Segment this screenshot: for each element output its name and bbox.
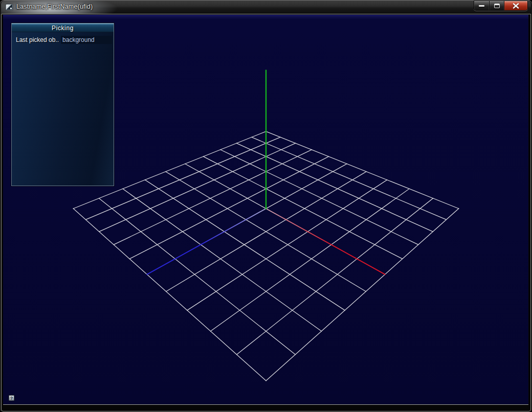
tweakbar-panel-title: Picking	[52, 25, 74, 32]
window-frame: Picking Last picked ob.. background ?	[1, 14, 531, 411]
grid-line	[266, 209, 459, 381]
window-title: Lastname,FirstName(ufid)	[16, 1, 93, 14]
tweakbar-help-button[interactable]: ?	[9, 395, 14, 401]
z-axis	[147, 209, 266, 274]
grid-line	[99, 198, 296, 355]
x-axis	[266, 209, 385, 274]
grid-line	[203, 156, 402, 259]
window-controls	[474, 1, 528, 11]
window-titlebar[interactable]: Lastname,FirstName(ufid)	[1, 1, 531, 14]
maximize-icon	[494, 4, 500, 8]
grid-line	[123, 189, 321, 331]
tweakbar-panel-header[interactable]: Picking	[12, 24, 114, 32]
grid-line	[73, 209, 266, 381]
grid-line	[266, 131, 459, 209]
maximize-button[interactable]	[489, 1, 504, 11]
grid-line	[211, 189, 409, 331]
picked-object-value: background	[61, 36, 112, 44]
picked-object-row: Last picked ob.. background	[16, 36, 112, 44]
gl-viewport[interactable]: Picking Last picked ob.. background ?	[3, 15, 528, 405]
window-icon[interactable]	[6, 4, 13, 10]
app-window: Lastname,FirstName(ufid) Picking	[0, 0, 532, 412]
minimize-button[interactable]	[474, 1, 489, 11]
minimize-icon	[479, 5, 484, 7]
window-icon-dot	[10, 8, 12, 9]
picked-object-label: Last picked ob..	[16, 36, 59, 43]
close-button[interactable]	[504, 1, 528, 11]
grid-line	[129, 156, 328, 259]
tweakbar-panel: Picking Last picked ob.. background	[11, 23, 114, 186]
close-icon	[513, 3, 519, 9]
